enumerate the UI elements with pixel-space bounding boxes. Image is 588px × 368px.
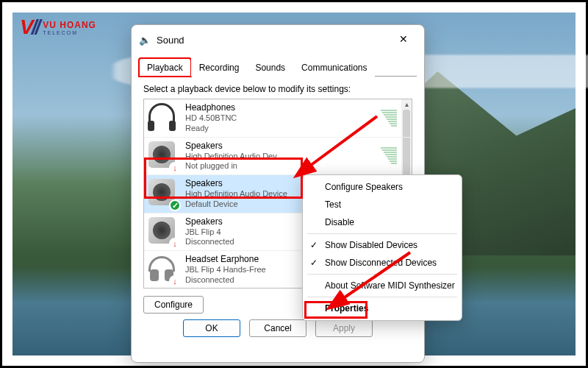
speaker-icon [148, 179, 178, 208]
menu-show-disconnected[interactable]: ✓Show Disconnected Devices [303, 254, 462, 272]
logo-brand: VU HOANG [43, 20, 96, 30]
cancel-button[interactable]: Cancel [249, 319, 306, 337]
speaker-icon: 🔈 [139, 35, 151, 46]
menu-configure-speakers[interactable]: Configure Speakers [303, 178, 462, 196]
menu-test[interactable]: Test [303, 196, 462, 213]
menu-separator [307, 233, 457, 234]
device-desc: High Definition Audio Dev [185, 152, 373, 162]
device-row[interactable]: Headphones HD 4.50BTNC Ready [144, 99, 412, 138]
speaker-icon [148, 217, 178, 247]
dialog-title: Sound [157, 35, 390, 46]
check-icon: ✓ [310, 240, 318, 250]
check-icon: ✓ [310, 258, 318, 268]
default-badge-icon [169, 199, 181, 211]
level-meter [381, 110, 397, 127]
device-name: Headphones [185, 102, 373, 113]
screenshot-frame: V// VU HOANG TELECOM 🔈 Sound ✕ Playback … [0, 0, 588, 368]
headset-icon [148, 255, 178, 284]
device-status: Not plugged in [185, 161, 373, 171]
close-button[interactable]: ✕ [390, 31, 417, 49]
device-row[interactable]: Speakers High Definition Audio Dev Not p… [144, 138, 412, 176]
menu-disable[interactable]: Disable [303, 213, 462, 231]
titlebar: 🔈 Sound ✕ [132, 25, 424, 54]
apply-button[interactable]: Apply [315, 319, 373, 337]
menu-separator [307, 297, 457, 297]
logo-mark: V// [20, 15, 38, 39]
configure-button[interactable]: Configure [143, 296, 204, 314]
logo-sub: TELECOM [43, 30, 96, 35]
tab-sounds[interactable]: Sounds [247, 58, 293, 77]
instruction-text: Select a playback device below to modify… [143, 84, 412, 94]
headphones-icon [148, 103, 178, 132]
menu-label: Show Disabled Devices [325, 240, 417, 250]
tab-playback[interactable]: Playback [139, 58, 191, 77]
device-name: Speakers [185, 141, 373, 152]
menu-show-disabled[interactable]: ✓Show Disabled Devices [303, 236, 462, 254]
device-desc: HD 4.50BTNC [185, 113, 373, 124]
menu-properties[interactable]: Properties [303, 300, 462, 317]
watermark-logo: V// VU HOANG TELECOM [20, 15, 96, 39]
menu-label: Show Disconnected Devices [325, 258, 437, 268]
tab-strip: Playback Recording Sounds Communications [139, 57, 417, 77]
unplugged-badge-icon [169, 162, 181, 174]
dialog-actions: OK Cancel Apply [143, 319, 412, 337]
tab-communications[interactable]: Communications [293, 58, 375, 77]
context-menu: Configure Speakers Test Disable ✓Show Di… [302, 174, 462, 321]
tab-recording[interactable]: Recording [191, 58, 248, 77]
ok-button[interactable]: OK [183, 319, 240, 337]
menu-about-synth[interactable]: About Software MIDI Synthesizer [303, 277, 462, 294]
disconnected-badge-icon [169, 238, 181, 250]
speaker-icon [148, 141, 178, 171]
menu-separator [307, 274, 457, 275]
disconnected-badge-icon [169, 275, 181, 287]
device-status: Ready [185, 124, 373, 134]
level-meter [381, 147, 397, 164]
